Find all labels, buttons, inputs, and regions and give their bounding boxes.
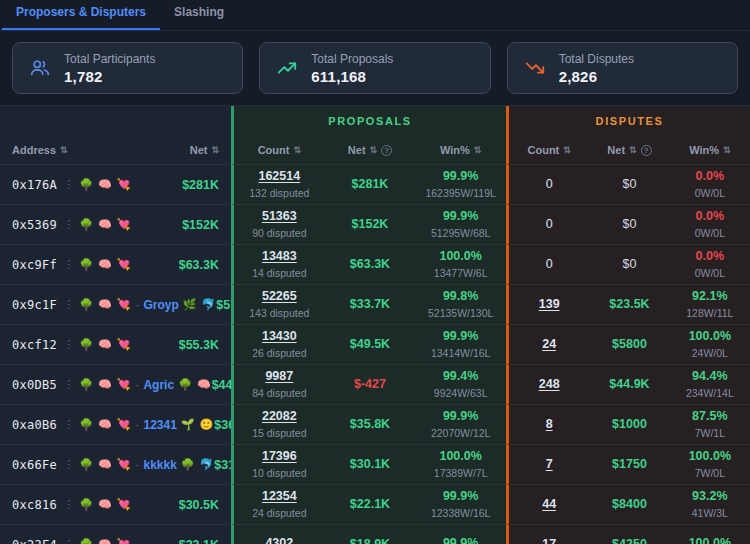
tag-emojis: 🌱 🙂 bbox=[181, 418, 215, 431]
menu-dots-icon[interactable]: ⋮ bbox=[63, 258, 74, 271]
stat-cards: Total Participants 1,782 Total Proposals… bbox=[0, 31, 750, 94]
menu-dots-icon[interactable]: ⋮ bbox=[63, 538, 74, 544]
tag-link[interactable]: kkkkk bbox=[143, 458, 176, 472]
help-icon[interactable]: ? bbox=[641, 145, 652, 156]
participants-table: PROPOSALS DISPUTES Address ⇅ Net ⇅ Count… bbox=[0, 105, 750, 544]
menu-dots-icon[interactable]: ⋮ bbox=[63, 178, 74, 191]
header-dispute-net[interactable]: Net ⇅ ? bbox=[589, 144, 669, 156]
proposal-count-link[interactable]: 52265 bbox=[262, 289, 297, 305]
proposal-count-link[interactable]: 17396 bbox=[262, 449, 297, 465]
table-row[interactable]: 0xc816 ⋮ 🌳 🧠 💘 · $30.5K 12354 24 dispute… bbox=[0, 484, 750, 524]
dispute-net-value: $1750 bbox=[612, 457, 647, 473]
dispute-net-value: $4250 bbox=[612, 537, 647, 544]
menu-dots-icon[interactable]: ⋮ bbox=[63, 418, 74, 431]
header-address[interactable]: Address ⇅ bbox=[12, 144, 68, 156]
address-emojis: 🌳 🧠 💘 bbox=[79, 498, 131, 511]
table-row[interactable]: 0xc9Ff ⋮ 🌳 🧠 💘 · $63.3K 13483 14 dispute… bbox=[0, 244, 750, 284]
proposal-count-link[interactable]: 162514 bbox=[258, 169, 300, 185]
proposal-disputed-count: 84 disputed bbox=[252, 387, 306, 400]
menu-dots-icon[interactable]: ⋮ bbox=[63, 458, 74, 471]
dispute-win-loss: 24W/0L bbox=[692, 347, 728, 360]
dispute-win-loss: 41W/3L bbox=[692, 507, 728, 520]
dispute-count-link[interactable]: 139 bbox=[539, 297, 560, 313]
dispute-win-pct: 100.0% bbox=[689, 536, 731, 544]
address-link[interactable]: 0xc9Ff bbox=[12, 258, 57, 272]
address-link[interactable]: 0xa0B6 bbox=[12, 418, 57, 432]
dispute-count-link[interactable]: 24 bbox=[542, 337, 556, 353]
table-row[interactable]: 0x0DB5 ⋮ 🌳 🧠 💘 · Agric 🌳 🧠 $44.5K 9987 8… bbox=[0, 364, 750, 404]
address-link[interactable]: 0x176A bbox=[12, 178, 57, 192]
dispute-count-link[interactable]: 17 bbox=[542, 537, 556, 544]
proposal-win-pct: 99.9% bbox=[443, 536, 478, 544]
dispute-count-link[interactable]: 7 bbox=[546, 457, 553, 473]
address-link[interactable]: 0xcf12 bbox=[12, 338, 57, 352]
proposal-win-pct: 99.9% bbox=[443, 489, 478, 505]
proposal-win-pct: 99.9% bbox=[443, 209, 478, 225]
tag-emojis: 🌿 🐬 bbox=[183, 298, 217, 311]
address-emojis: 🌳 🧠 💘 bbox=[79, 458, 131, 471]
sort-icon: ⇅ bbox=[474, 145, 482, 155]
table-row[interactable]: 0x66Fe ⋮ 🌳 🧠 💘 · kkkkk 🌳 🐬 $31.8K 17396 … bbox=[0, 444, 750, 484]
dot-separator: · bbox=[135, 378, 139, 392]
proposal-count-link[interactable]: 22082 bbox=[262, 409, 297, 425]
trend-up-icon bbox=[276, 57, 298, 79]
menu-dots-icon[interactable]: ⋮ bbox=[63, 498, 74, 511]
address-link[interactable]: 0x0DB5 bbox=[12, 378, 57, 392]
address-emojis: 🌳 🧠 💘 bbox=[79, 338, 131, 351]
dispute-count-link[interactable]: 8 bbox=[546, 417, 553, 433]
proposal-win-loss: 51295W/68L bbox=[431, 227, 491, 240]
address-tag: · kkkkk 🌳 🐬 bbox=[131, 458, 214, 472]
proposal-count-link[interactable]: 13483 bbox=[262, 249, 297, 265]
proposal-net-value: $281K bbox=[352, 177, 389, 193]
header-net[interactable]: Net ⇅ bbox=[190, 144, 219, 156]
table-body: 0x176A ⋮ 🌳 🧠 💘 · $281K 162514 132 disput… bbox=[0, 164, 750, 544]
tab-proposers-disputers[interactable]: Proposers & Disputers bbox=[2, 0, 160, 30]
address-link[interactable]: 0xc816 bbox=[12, 498, 57, 512]
table-row[interactable]: 0x5369 ⋮ 🌳 🧠 💘 · $152K 51363 90 disputed… bbox=[0, 204, 750, 244]
net-value: $55.3K bbox=[179, 338, 219, 352]
header-proposal-net[interactable]: Net ⇅ ? bbox=[325, 144, 416, 156]
section-band: PROPOSALS DISPUTES bbox=[0, 106, 750, 136]
table-row[interactable]: 0x22F4 ⋮ 🌳 🧠 💘 · $23.1K 4302 $18.9K 99.9… bbox=[0, 524, 750, 544]
help-icon[interactable]: ? bbox=[381, 145, 392, 156]
tag-emojis: 🌳 🧠 bbox=[178, 378, 212, 391]
card-value: 611,168 bbox=[311, 68, 393, 85]
tag-link[interactable]: Agric bbox=[143, 378, 174, 392]
address-link[interactable]: 0x66Fe bbox=[12, 458, 57, 472]
table-row[interactable]: 0x9c1F ⋮ 🌳 🧠 💘 · Groyp 🌿 🐬 $57.2K 52265 … bbox=[0, 284, 750, 324]
dispute-count-link[interactable]: 248 bbox=[539, 377, 560, 393]
menu-dots-icon[interactable]: ⋮ bbox=[63, 378, 74, 391]
header-proposal-win[interactable]: Win% ⇅ bbox=[415, 144, 506, 156]
proposal-net-value: $30.1K bbox=[350, 457, 390, 473]
proposal-count-link[interactable]: 12354 bbox=[262, 489, 297, 505]
proposal-count-link[interactable]: 4302 bbox=[265, 536, 293, 544]
tab-bar: Proposers & Disputers Slashing bbox=[0, 0, 750, 31]
sort-icon: ⇅ bbox=[629, 145, 637, 155]
proposal-count-link[interactable]: 13430 bbox=[262, 329, 297, 345]
proposal-win-pct: 99.9% bbox=[443, 329, 478, 345]
dispute-net-value: $44.9K bbox=[609, 377, 649, 393]
header-dispute-count[interactable]: Count ⇅ bbox=[509, 144, 589, 156]
sort-icon: ⇅ bbox=[211, 145, 219, 155]
proposal-net-value: $18.9K bbox=[350, 537, 390, 544]
address-tag: · Agric 🌳 🧠 bbox=[131, 378, 211, 392]
proposal-count-link[interactable]: 51363 bbox=[262, 209, 297, 225]
proposal-count-link[interactable]: 9987 bbox=[265, 369, 293, 385]
dispute-count-link[interactable]: 44 bbox=[542, 497, 556, 513]
header-proposal-count[interactable]: Count ⇅ bbox=[234, 144, 325, 156]
menu-dots-icon[interactable]: ⋮ bbox=[63, 338, 74, 351]
menu-dots-icon[interactable]: ⋮ bbox=[63, 218, 74, 231]
tag-link[interactable]: Groyp bbox=[143, 298, 178, 312]
card-total-participants: Total Participants 1,782 bbox=[12, 42, 243, 94]
menu-dots-icon[interactable]: ⋮ bbox=[63, 298, 74, 311]
dispute-win-pct: 100.0% bbox=[689, 329, 731, 345]
table-row[interactable]: 0xcf12 ⋮ 🌳 🧠 💘 · $55.3K 13430 26 dispute… bbox=[0, 324, 750, 364]
address-link[interactable]: 0x9c1F bbox=[12, 298, 57, 312]
table-row[interactable]: 0xa0B6 ⋮ 🌳 🧠 💘 · 12341 🌱 🙂 $36.8K 22082 … bbox=[0, 404, 750, 444]
tab-slashing[interactable]: Slashing bbox=[160, 0, 238, 30]
table-row[interactable]: 0x176A ⋮ 🌳 🧠 💘 · $281K 162514 132 disput… bbox=[0, 164, 750, 204]
address-link[interactable]: 0x22F4 bbox=[12, 538, 57, 544]
header-dispute-win[interactable]: Win% ⇅ bbox=[670, 144, 750, 156]
address-link[interactable]: 0x5369 bbox=[12, 218, 57, 232]
tag-link[interactable]: 12341 bbox=[143, 418, 176, 432]
